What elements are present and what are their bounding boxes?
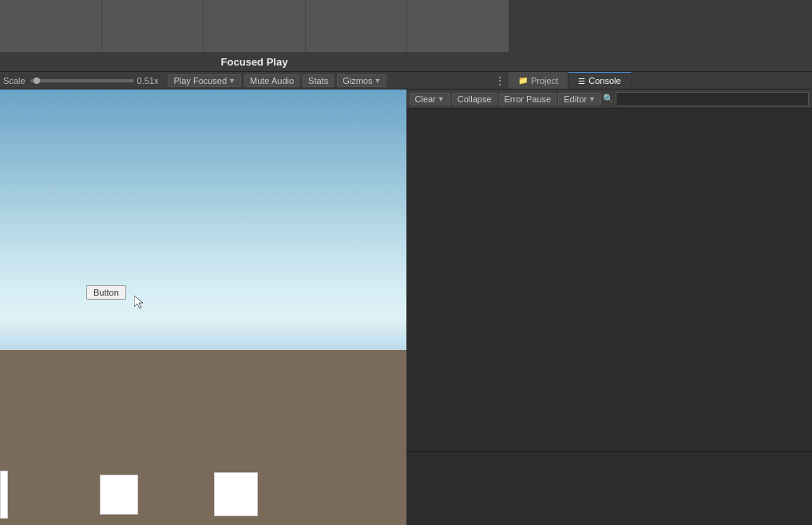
scale-thumb — [34, 78, 40, 84]
thumbnail-4[interactable] — [306, 0, 408, 52]
sky-background — [0, 89, 406, 373]
clear-arrow: ▼ — [438, 95, 445, 103]
mute-audio-button[interactable]: Mute Audio — [244, 74, 299, 87]
console-toolbar: Clear ▼ Collapse Error Pause Editor ▼ 🔍 — [406, 89, 813, 109]
thumbnail-bar — [0, 0, 509, 52]
cube-right — [214, 472, 258, 516]
folder-icon: 📁 — [518, 76, 528, 85]
cube-mid — [100, 475, 138, 515]
ground-plane — [0, 350, 406, 525]
console-content — [406, 109, 813, 451]
console-icon: ☰ — [578, 77, 585, 86]
play-focused-arrow: ▼ — [228, 77, 236, 85]
viewport-title: Focused Play — [0, 56, 509, 68]
gizmos-button[interactable]: Gizmos ▼ — [337, 74, 386, 87]
tabs-bar: 📁 Project ☰ Console — [509, 72, 812, 89]
scale-slider[interactable] — [30, 79, 134, 82]
play-focused-button[interactable]: Play Focused ▼ — [168, 74, 241, 87]
game-toolbar: Scale 0.51x Play Focused ▼ Mute Audio St… — [0, 72, 509, 89]
scale-value: 0.51x — [137, 76, 159, 86]
search-icon: 🔍 — [603, 93, 614, 104]
tab-project[interactable]: 📁 Project — [509, 72, 568, 89]
thumbnail-3[interactable] — [204, 0, 306, 52]
thumbnail-2[interactable] — [102, 0, 204, 52]
cube-left — [0, 471, 8, 519]
editor-button[interactable]: Editor ▼ — [558, 93, 601, 105]
collapse-button[interactable]: Collapse — [452, 93, 497, 105]
scene-ui-button[interactable]: Button — [86, 285, 126, 300]
tab-console-label: Console — [588, 76, 620, 86]
more-options-icon[interactable]: ⋮ — [494, 74, 505, 87]
error-pause-button[interactable]: Error Pause — [499, 93, 557, 105]
tab-console[interactable]: ☰ Console — [568, 72, 631, 89]
right-panel: Clear ▼ Collapse Error Pause Editor ▼ 🔍 — [406, 89, 813, 525]
console-bottom — [406, 451, 813, 525]
console-search-input[interactable] — [616, 92, 809, 106]
clear-button[interactable]: Clear ▼ — [410, 93, 450, 105]
right-top-area — [509, 0, 812, 52]
gizmos-arrow: ▼ — [374, 77, 381, 85]
tab-project-label: Project — [531, 76, 558, 86]
game-canvas[interactable]: Button — [0, 89, 406, 525]
stats-button[interactable]: Stats — [303, 74, 334, 87]
scale-label: Scale — [3, 76, 26, 86]
editor-arrow: ▼ — [588, 95, 596, 103]
thumbnail-5[interactable] — [407, 0, 509, 52]
thumbnail-1[interactable] — [0, 0, 102, 52]
main-layout: Button Clear ▼ Collapse Error Pause Edit… — [0, 89, 812, 525]
